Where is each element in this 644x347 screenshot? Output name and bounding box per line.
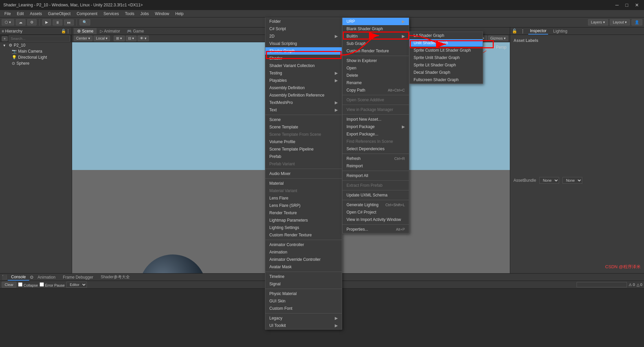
menu-tools[interactable]: Tools — [122, 11, 137, 17]
view-btn[interactable]: 👁 ▾ — [138, 36, 149, 41]
collapse-checkbox[interactable] — [18, 282, 22, 287]
minimize-button[interactable]: ─ — [614, 2, 621, 8]
snap-btn[interactable]: ⊞ ▾ — [114, 36, 124, 41]
menu-item-reimport[interactable]: Reimport — [342, 162, 409, 170]
menu-item-refresh[interactable]: Refresh Ctrl+R — [342, 155, 409, 162]
tab-lighting[interactable]: Lighting — [551, 28, 569, 34]
menu-item-urp[interactable]: URP ▶ — [342, 18, 409, 25]
toolbar-transform-btn[interactable]: ⬡ ▾ — [2, 19, 14, 25]
menu-item-generate-lighting[interactable]: Generate Lighting Ctrl+Shift+L — [342, 201, 409, 209]
menu-item-audio-mixer[interactable]: Audio Mixer — [265, 170, 342, 177]
menu-item-legacy[interactable]: Legacy ▶ — [265, 314, 342, 322]
menu-help[interactable]: Help — [173, 11, 186, 17]
menu-item-signal[interactable]: Signal — [265, 280, 342, 288]
menu-item-open[interactable]: Open — [342, 64, 409, 72]
menu-file[interactable]: File — [2, 11, 13, 17]
menu-jobs[interactable]: Jobs — [138, 11, 151, 17]
menu-item-shader-graph[interactable]: Shader Graph ▶ — [265, 47, 342, 55]
menu-edit[interactable]: Edit — [14, 11, 26, 17]
menu-item-shader[interactable]: Shader — [265, 55, 342, 62]
menu-item-sprite-lit[interactable]: Sprite Lit Shader Graph — [410, 61, 483, 69]
menu-item-copy-path[interactable]: Copy Path Alt+Ctrl+C — [342, 86, 409, 94]
menu-item-sub-graph[interactable]: Sub Graph — [342, 40, 409, 47]
toolbar-pause-btn[interactable]: ⏸ — [53, 19, 62, 25]
menu-item-csharp[interactable]: C# Script — [265, 25, 342, 33]
error-pause-label[interactable]: Error Pause — [40, 282, 65, 287]
editor-select[interactable]: Editor — [66, 282, 87, 288]
close-button[interactable]: ✕ — [633, 2, 641, 8]
menu-item-sprite-unlit[interactable]: Sprite Unlit Shader Graph — [410, 54, 483, 61]
menu-item-decal-shader[interactable]: Decal Shader Graph — [410, 69, 483, 76]
menu-gameobject[interactable]: GameObject — [45, 11, 73, 17]
console-search-input[interactable] — [577, 282, 627, 287]
gizmos-btn[interactable]: Gizmos ▾ — [488, 36, 508, 41]
menu-item-animator-override[interactable]: Animator Override Controller — [265, 256, 342, 263]
asset-bundle-select[interactable]: None — [539, 177, 559, 184]
menu-item-open-csharp[interactable]: Open C# Project — [342, 209, 409, 216]
menu-item-gui-skin[interactable]: GUI Skin — [265, 297, 342, 305]
hierarchy-item-light[interactable]: 💡 Directional Light — [0, 54, 72, 60]
hierarchy-item-sphere[interactable]: ⊙ Sphere — [0, 60, 72, 66]
layers-button[interactable]: Layers ▾ — [588, 19, 608, 25]
menu-item-lens-flare[interactable]: Lens Flare — [265, 194, 342, 202]
layout-button[interactable]: Layout ▾ — [610, 19, 630, 25]
menu-item-scene[interactable]: Scene — [265, 116, 342, 123]
toolbar-collab-btn[interactable]: ⚙ — [27, 19, 37, 25]
menu-item-delete[interactable]: Delete — [342, 72, 409, 79]
menu-item-unlit-shader-graph[interactable]: Unlit Shader Graph — [410, 39, 483, 47]
toolbar-play-btn[interactable]: ▶ — [42, 19, 51, 25]
menu-item-scene-template-pipeline[interactable]: Scene Template Pipeline — [265, 146, 342, 153]
hierarchy-item-camera[interactable]: 📷 Main Camera — [0, 48, 72, 54]
inspector-lock-icon[interactable]: 🔓 — [512, 28, 517, 34]
menu-component[interactable]: Component — [74, 11, 100, 17]
menu-services[interactable]: Services — [101, 11, 121, 17]
menu-item-reimport-all[interactable]: Reimport All — [342, 172, 409, 179]
maximize-button[interactable]: □ — [624, 2, 630, 8]
menu-item-update-uxml[interactable]: Update UXML Schema — [342, 191, 409, 199]
menu-item-volume-profile[interactable]: Volume Profile — [265, 138, 342, 146]
menu-item-select-dependencies[interactable]: Select Dependencies — [342, 145, 409, 153]
collapse-label[interactable]: Collapse — [18, 282, 38, 287]
menu-item-material[interactable]: Material — [265, 180, 342, 187]
tab-shader-ref[interactable]: Shader参考大全 — [97, 274, 133, 281]
menu-item-import-package[interactable]: Import Package ▶ — [342, 123, 409, 130]
menu-item-properties[interactable]: Properties... Alt+P — [342, 226, 409, 233]
menu-item-sprite-custom-lit[interactable]: Sprite Custom Lit Shader Graph — [410, 47, 483, 54]
scene-tab[interactable]: ⚙ Scene — [74, 28, 97, 34]
center-pivot-btn[interactable]: Center ▾ — [74, 36, 93, 41]
menu-item-render-texture[interactable]: Render Texture — [265, 209, 342, 217]
menu-assets[interactable]: Assets — [27, 11, 45, 17]
menu-item-custom-font[interactable]: Custom Font — [265, 305, 342, 312]
menu-item-ui-toolkit[interactable]: UI Toolkit ▶ — [265, 322, 342, 329]
asset-bundle-variant-select[interactable]: None — [562, 177, 582, 184]
toolbar-cloud-btn[interactable]: ☁ — [16, 19, 25, 25]
hierarchy-item-p2_10[interactable]: ▼ ⚙ P2_10 — [0, 42, 72, 48]
hierarchy-add-btn[interactable]: + — [2, 36, 8, 41]
toolbar-search-btn[interactable]: 🔍 — [79, 19, 90, 25]
menu-item-avatar-mask[interactable]: Avatar Mask — [265, 263, 342, 271]
tab-frame-debugger[interactable]: Frame Debugger — [59, 274, 97, 280]
menu-item-lighting-settings[interactable]: Lighting Settings — [265, 224, 342, 231]
menu-item-animation[interactable]: Animation — [265, 248, 342, 256]
tab-inspector[interactable]: Inspector — [528, 28, 548, 35]
menu-item-show-explorer[interactable]: Show in Explorer — [342, 57, 409, 64]
menu-item-scene-template[interactable]: Scene Template — [265, 123, 342, 131]
menu-item-playables[interactable]: Playables ▶ — [265, 77, 342, 84]
menu-item-rename[interactable]: Rename — [342, 79, 409, 86]
menu-item-import-new-asset[interactable]: Import New Asset... — [342, 116, 409, 123]
menu-item-physic-material[interactable]: Physic Material — [265, 290, 342, 297]
menu-item-lit-shader-graph[interactable]: Lit Shader Graph — [410, 32, 483, 39]
local-global-btn[interactable]: Local ▾ — [94, 36, 110, 41]
menu-item-custom-render-texture[interactable]: Custom Render Texture — [265, 231, 342, 239]
menu-item-shader-variant[interactable]: Shader Variant Collection — [265, 62, 342, 69]
menu-item-assembly-def-ref[interactable]: Assembly Definition Reference — [265, 92, 342, 99]
menu-item-text[interactable]: Text ▶ — [265, 106, 342, 114]
menu-item-animator-controller[interactable]: Animator Controller — [265, 241, 342, 248]
menu-window[interactable]: Window — [152, 11, 172, 17]
hierarchy-menu-icon[interactable]: ⋮ — [66, 29, 70, 34]
hierarchy-search-input[interactable] — [9, 36, 70, 42]
menu-item-builtin[interactable]: BuiltIn ▶ — [342, 33, 409, 40]
menu-item-fullscreen-shader[interactable]: Fullscreen Shader Graph — [410, 76, 483, 83]
account-btn[interactable]: 👤 — [632, 19, 642, 25]
inspector-menu-icon[interactable]: ⋮ — [521, 28, 525, 34]
